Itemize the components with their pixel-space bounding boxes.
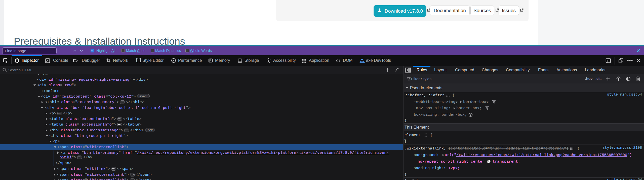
svg-text:ax: ax (361, 60, 363, 62)
